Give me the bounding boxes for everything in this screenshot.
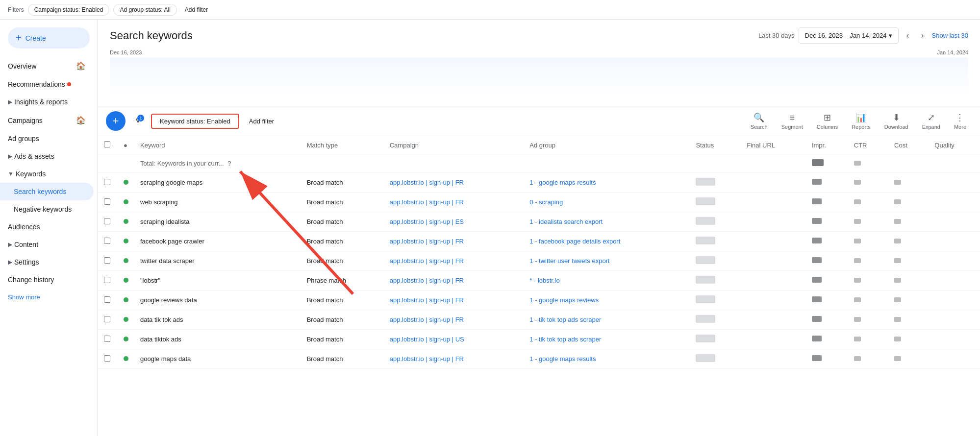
header-status[interactable]: Status: [690, 136, 741, 154]
date-picker[interactable]: Dec 16, 2023 – Jan 14, 2024 ▾: [799, 27, 899, 44]
campaign-link-9[interactable]: app.lobstr.io | sign-up | FR: [390, 355, 464, 363]
row-checkbox-input-6[interactable]: [104, 296, 110, 303]
row-ad-group-7: 1 - tik tok top ads scraper: [524, 310, 690, 330]
adgroup-link-0[interactable]: 1 - google maps results: [529, 179, 596, 186]
row-status-dot-0: [118, 173, 134, 193]
campaign-status-chip[interactable]: Campaign status: Enabled: [28, 4, 110, 16]
filter-badge-button[interactable]: ⛛ 1: [129, 114, 147, 128]
total-ctr-cell: [848, 154, 888, 173]
columns-action-button[interactable]: ⊞ Columns: [811, 110, 844, 132]
sidebar-item-ads-assets[interactable]: ▶ Ads & assets: [0, 147, 94, 165]
header-match-type[interactable]: Match type: [301, 136, 384, 154]
adgroup-link-1[interactable]: 0 - scraping: [529, 198, 563, 206]
header-ctr[interactable]: CTR: [848, 136, 888, 154]
help-icon: ?: [227, 160, 231, 167]
sidebar-item-keywords[interactable]: ▼ Keywords: [0, 165, 94, 183]
search-action-button[interactable]: 🔍 Search: [745, 110, 774, 132]
table-row: data tik tok ads Broad match app.lobstr.…: [98, 310, 980, 330]
row-match-type-2: Broad match: [301, 212, 384, 232]
row-quality-7: [929, 310, 980, 330]
table-wrapper[interactable]: ● Keyword Match type Campaign Ad group S…: [98, 136, 980, 436]
date-range-value: Dec 16, 2023 – Jan 14, 2024: [805, 32, 887, 39]
header-final-url[interactable]: Final URL: [741, 136, 806, 154]
header-quality[interactable]: Quality: [929, 136, 980, 154]
row-checkbox-input-5[interactable]: [104, 277, 110, 283]
add-filter-toolbar-button[interactable]: Add filter: [243, 115, 280, 128]
keyword-status-chip[interactable]: Keyword status: Enabled: [151, 114, 239, 129]
row-checkbox-input-7[interactable]: [104, 316, 110, 322]
campaign-link-0[interactable]: app.lobstr.io | sign-up | FR: [390, 179, 464, 186]
create-button[interactable]: + Create: [8, 27, 90, 48]
cost-bar-6: [894, 297, 901, 302]
row-checkbox-input-3[interactable]: [104, 238, 110, 244]
adgroup-link-4[interactable]: 1 - twitter user tweets export: [529, 257, 609, 265]
ad-group-status-chip[interactable]: Ad group status: All: [113, 4, 176, 16]
row-keyword-7: data tik tok ads: [134, 310, 301, 330]
add-circle-button[interactable]: +: [106, 111, 126, 131]
row-ctr-8: [848, 330, 888, 349]
sidebar-item-overview[interactable]: Overview 🏠: [0, 56, 94, 75]
status-dot-9: [124, 356, 128, 361]
show-last-button[interactable]: Show last 30: [932, 32, 968, 39]
date-prev-button[interactable]: ‹: [903, 28, 913, 43]
sidebar-item-content[interactable]: ▶ Content: [0, 236, 94, 253]
sidebar-item-negative-keywords[interactable]: Negative keywords: [0, 200, 94, 218]
download-action-button[interactable]: ⬇ Download: [879, 110, 914, 132]
header-ad-group[interactable]: Ad group: [524, 136, 690, 154]
sidebar-item-recommendations[interactable]: Recommendations: [0, 75, 94, 93]
adgroup-link-9[interactable]: 1 - google maps results: [529, 355, 596, 363]
campaign-link-5[interactable]: app.lobstr.io | sign-up | FR: [390, 277, 464, 284]
segment-action-button[interactable]: ≡ Segment: [776, 111, 809, 132]
add-filter-top[interactable]: Add filter: [181, 4, 212, 15]
create-label: Create: [25, 34, 46, 42]
adgroup-link-2[interactable]: 1 - idealista search export: [529, 218, 603, 225]
adgroup-link-5[interactable]: * - lobstr.io: [529, 277, 559, 284]
keyword-status-label: Keyword status: Enabled: [160, 118, 230, 125]
campaign-link-6[interactable]: app.lobstr.io | sign-up | FR: [390, 296, 464, 304]
sidebar-item-search-keywords[interactable]: Search keywords: [0, 183, 94, 200]
header-cost[interactable]: Cost: [888, 136, 929, 154]
row-campaign-9: app.lobstr.io | sign-up | FR: [384, 349, 524, 369]
sidebar-item-campaigns[interactable]: Campaigns 🏠: [0, 111, 94, 130]
row-checkbox-5: [98, 271, 118, 291]
campaign-link-3[interactable]: app.lobstr.io | sign-up | FR: [390, 238, 464, 245]
table-row: twitter data scraper Broad match app.lob…: [98, 251, 980, 271]
row-checkbox-input-8[interactable]: [104, 336, 110, 342]
segment-action-label: Segment: [781, 124, 803, 130]
row-checkbox-input-0[interactable]: [104, 179, 110, 185]
sidebar-item-settings[interactable]: ▶ Settings: [0, 253, 94, 271]
row-checkbox-input-1[interactable]: [104, 198, 110, 205]
more-action-button[interactable]: ⋮ More: [948, 110, 972, 132]
row-status-dot-3: [118, 232, 134, 251]
row-ad-group-3: 1 - facebook page details export: [524, 232, 690, 251]
adgroup-link-8[interactable]: 1 - tik tok top ads scraper: [529, 336, 601, 343]
sidebar-item-audiences[interactable]: Audiences: [0, 218, 94, 236]
adgroup-link-7[interactable]: 1 - tik tok top ads scraper: [529, 316, 601, 323]
campaign-link-1[interactable]: app.lobstr.io | sign-up | FR: [390, 198, 464, 206]
table-row: scraping google maps Broad match app.lob…: [98, 173, 980, 193]
sidebar-item-change-history[interactable]: Change history: [0, 271, 94, 289]
total-status-val-cell: [690, 154, 741, 173]
sidebar-item-ad-groups[interactable]: Ad groups: [0, 130, 94, 147]
row-checkbox-input-4[interactable]: [104, 257, 110, 264]
expand-action-button[interactable]: ⤢ Expand: [916, 110, 946, 132]
reports-icon: 📊: [855, 112, 866, 123]
sidebar-item-insights[interactable]: ▶ Insights & reports: [0, 93, 94, 111]
header-impr[interactable]: Impr.: [806, 136, 848, 154]
campaign-link-2[interactable]: app.lobstr.io | sign-up | ES: [390, 218, 464, 225]
row-status-dot-1: [118, 193, 134, 212]
row-checkbox-input-2[interactable]: [104, 218, 110, 224]
date-next-button[interactable]: ›: [917, 28, 928, 43]
row-cost-5: [888, 271, 929, 291]
adgroup-link-3[interactable]: 1 - facebook page details export: [529, 238, 620, 245]
campaign-link-8[interactable]: app.lobstr.io | sign-up | US: [390, 336, 464, 343]
adgroup-link-6[interactable]: 1 - google maps reviews: [529, 296, 599, 304]
campaign-link-4[interactable]: app.lobstr.io | sign-up | FR: [390, 257, 464, 265]
select-all-checkbox[interactable]: [104, 141, 110, 147]
header-keyword[interactable]: Keyword: [134, 136, 301, 154]
show-more-btn[interactable]: Show more: [0, 289, 98, 306]
row-checkbox-input-9[interactable]: [104, 355, 110, 362]
header-campaign[interactable]: Campaign: [384, 136, 524, 154]
reports-action-button[interactable]: 📊 Reports: [846, 110, 877, 132]
campaign-link-7[interactable]: app.lobstr.io | sign-up | FR: [390, 316, 464, 323]
